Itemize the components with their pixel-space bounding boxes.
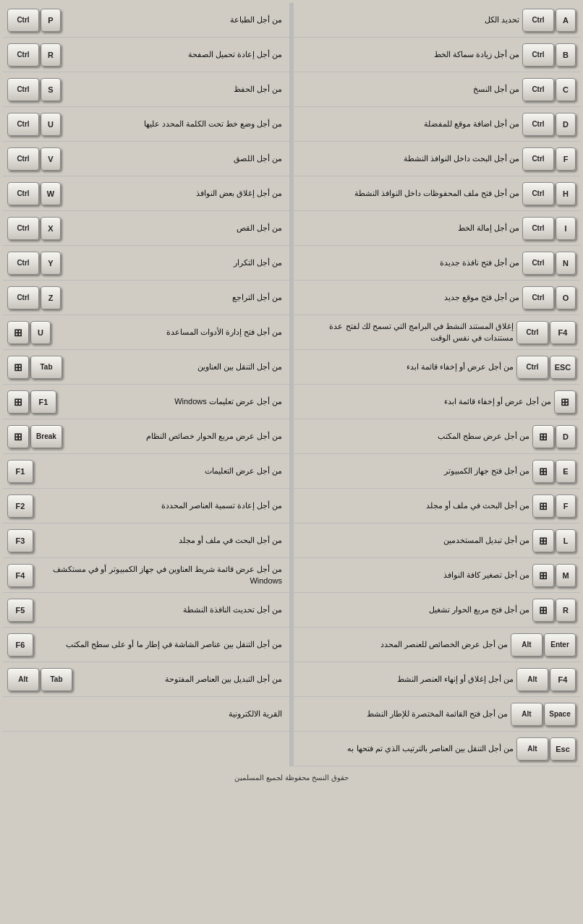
shortcut-description: من أجل فتح القائمة المختصرة للإطار النشط <box>298 709 511 719</box>
key-group: EscAlt <box>516 737 576 761</box>
shortcut-row: من أجل البحث في ملف أو مجلدF3 <box>3 523 289 558</box>
shortcut-description: من أجل التبديل بين العناصر المفتوحة <box>72 674 285 685</box>
keyboard-key: M <box>556 564 576 587</box>
keyboard-key: F <box>556 147 576 171</box>
shortcut-row: M⊞من أجل تصغير كافة النوافذ <box>294 558 580 593</box>
keyboard-key: N <box>556 252 576 275</box>
keyboard-key: Ctrl <box>7 252 39 275</box>
key-group: F2 <box>7 495 33 518</box>
shortcut-row: من أجل عرض قائمة شريط العناوين في جهاز ا… <box>3 558 289 593</box>
shortcut-row: من أجل عرض تعليمات WindowsF1⊞ <box>3 385 289 419</box>
keyboard-key: D <box>556 425 576 448</box>
shortcut-description: من أجل وضع خط تحت الكلمة المحدد عليها <box>61 119 285 129</box>
shortcut-description: من أجل التراجع <box>61 292 285 303</box>
keyboard-key: F4 <box>550 321 576 344</box>
shortcut-description: من أجل التكرار <box>61 257 285 268</box>
key-group: BCtrl <box>522 43 576 67</box>
key-group: F1 <box>7 460 33 483</box>
shortcut-row: F4Altمن أجل إغلاق أو إنهاء العنصر النشط <box>294 662 580 697</box>
key-group: R⊞ <box>532 599 576 622</box>
shortcut-description: إغلاق المستند النشط في البرامج التي تسمح… <box>298 321 516 343</box>
key-group: ICtrl <box>522 217 576 240</box>
keyboard-key: Break <box>30 425 62 448</box>
keyboard-key: F2 <box>7 495 33 518</box>
right-column: من أجل الطباعةPCtrlمن أجل إعادة تحميل ال… <box>3 3 289 766</box>
keyboard-key: V <box>41 147 61 171</box>
shortcut-description: من أجل إمالة الخط <box>298 223 522 234</box>
shortcut-description: من أجل إغلاق بعض النوافذ <box>61 188 285 199</box>
shortcut-description: من أجل تصغير كافة النوافذ <box>298 570 532 581</box>
keyboard-key: Ctrl <box>522 9 554 32</box>
keyboard-key: Alt <box>511 703 542 726</box>
key-group: XCtrl <box>7 217 61 240</box>
shortcut-row: NCtrlمن أجل فتح نافذة جديدة <box>294 246 580 281</box>
key-group: SpaceAlt <box>511 703 576 726</box>
keyboard-key: X <box>41 217 61 240</box>
keyboard-key: F <box>556 495 576 518</box>
shortcut-description: من أجل التنقل بين عناصر الشاشة في إطار م… <box>33 639 285 650</box>
keyboard-key: R <box>556 599 576 622</box>
shortcut-row: من أجل عرض التعليماتF1 <box>3 454 289 489</box>
shortcut-description: من أجل فتح مربع الحوار تشغيل <box>298 604 532 615</box>
shortcut-row: القرية الالكترونية <box>3 697 289 732</box>
shortcut-description: من أجل الحفظ <box>61 84 285 95</box>
keyboard-key: E <box>556 460 576 483</box>
shortcut-row: BCtrlمن أجل زيادة سماكة الخط <box>294 38 580 72</box>
keyboard-key: ⊞ <box>7 321 29 344</box>
keyboard-key: Ctrl <box>516 356 548 379</box>
shortcut-description: من أجل البحث في ملف أو مجلد <box>33 535 285 546</box>
shortcut-row: E⊞من أجل فتح جهاز الكمبيوتر <box>294 454 580 489</box>
shortcut-description: من أجل زيادة سماكة الخط <box>298 49 522 60</box>
keyboard-key: Ctrl <box>522 78 554 101</box>
shortcut-description: من أجل تحديث النافذة النشطة <box>33 604 285 615</box>
keyboard-key: ⊞ <box>7 390 29 414</box>
keyboard-key: ⊞ <box>532 564 554 587</box>
keyboard-key: Ctrl <box>7 43 39 67</box>
keyboard-key: B <box>556 43 576 67</box>
keyboard-key: Ctrl <box>7 9 39 32</box>
shortcut-description: من أجل عرض سطح المكتب <box>298 431 532 442</box>
shortcut-row: L⊞من أجل تبديل المستخدمين <box>294 523 580 558</box>
keyboard-key: Ctrl <box>7 78 39 101</box>
shortcut-description: من أجل التنقل بين العناصر بالترتيب الذي … <box>298 743 516 754</box>
key-group: PCtrl <box>7 9 61 32</box>
key-group: F5 <box>7 599 33 622</box>
key-group: F4Ctrl <box>516 321 576 344</box>
keyboard-key: L <box>556 529 576 552</box>
keyboard-key: Ctrl <box>516 321 548 344</box>
shortcut-description: من أجل عرض تعليمات Windows <box>56 396 285 407</box>
keyboard-key: P <box>41 9 61 32</box>
shortcut-description: من أجل القص <box>61 223 285 234</box>
shortcut-row: SpaceAltمن أجل فتح القائمة المختصرة للإط… <box>294 697 580 732</box>
key-group: HCtrl <box>522 182 576 205</box>
shortcut-row: من أجل القصXCtrl <box>3 211 289 246</box>
shortcut-row: من أجل وضع خط تحت الكلمة المحدد عليهاUCt… <box>3 107 289 142</box>
shortcut-description: من أجل البحث في ملف أو مجلد <box>298 500 532 511</box>
shortcut-description: من أجل إعادة تسمية العناصر المحددة <box>33 500 285 511</box>
shortcut-row: من أجل التنقل بين العناوينTab⊞ <box>3 350 289 385</box>
keyboard-key: Tab <box>30 356 62 379</box>
key-group: L⊞ <box>532 529 576 552</box>
shortcut-description: من أجل إغلاق أو إنهاء العنصر النشط <box>298 674 516 685</box>
keyboard-key: Ctrl <box>522 286 554 309</box>
shortcut-row: من أجل إعادة تسمية العناصر المحددةF2 <box>3 489 289 523</box>
keyboard-key: ⊞ <box>554 390 576 414</box>
shortcut-row: من أجل إغلاق بعض النوافذWCtrl <box>3 176 289 211</box>
shortcut-description: من أجل عرض الخصائص للعنصر المحدد <box>298 639 511 650</box>
keyboard-key: H <box>556 182 576 205</box>
keyboard-key: O <box>556 286 576 309</box>
shortcut-row: DCtrlمن أجل اضافة موقع للمفضلة <box>294 107 580 142</box>
shortcut-row: EnterAltمن أجل عرض الخصائص للعنصر المحدد <box>294 628 580 662</box>
shortcut-row: F4Ctrlإغلاق المستند النشط في البرامج الت… <box>294 315 580 350</box>
keyboard-key: Alt <box>7 668 39 691</box>
keyboard-key: F5 <box>7 599 33 622</box>
keyboard-key: F4 <box>7 564 33 587</box>
shortcut-row: من أجل الحفظSCtrl <box>3 72 289 107</box>
shortcut-description: من أجل فتح إدارة الأدوات المساعدة <box>51 327 285 338</box>
keyboard-key: Ctrl <box>522 43 554 67</box>
keyboard-key: D <box>556 113 576 136</box>
key-group: F1⊞ <box>7 390 56 414</box>
key-group: Break⊞ <box>7 425 62 448</box>
keyboard-key: Ctrl <box>522 113 554 136</box>
shortcut-row: D⊞من أجل عرض سطح المكتب <box>294 419 580 454</box>
